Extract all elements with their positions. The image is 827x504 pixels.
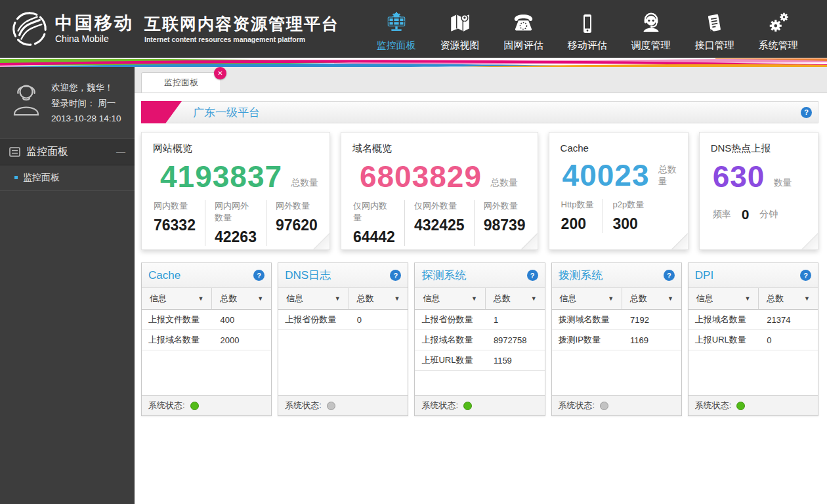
panel-title: DNS日志 <box>285 268 331 283</box>
stat-card-domain-overview: 域名概览 6803829 总数量 仅网内数量 64442 仅网外数量 43242… <box>341 132 538 250</box>
stat-card-cache: Cache 40023 总数量 Http数量 200 p2p数量 300 <box>549 132 689 250</box>
brand-text: 中国移动 China Mobile <box>55 14 134 43</box>
column-header-info[interactable]: 信息 ▼ <box>552 288 622 309</box>
panel-help-icon[interactable]: ? <box>664 270 675 281</box>
brand-name-cn: 中国移动 <box>55 14 134 32</box>
card-frequency: 频率 0 分钟 <box>700 200 818 229</box>
panel-status: 系统状态: <box>689 395 818 415</box>
panel-title: 探测系统 <box>421 268 466 283</box>
column-header-total[interactable]: 总数 ▼ <box>758 288 818 309</box>
card-substat: 仅网内数量 64442 <box>344 200 404 246</box>
panel-dpi: DPI ? 信息 ▼ 总数 ▼ 上报域名数量 <box>688 262 818 416</box>
nav-item-dispatch-mgmt[interactable]: 调度管理 <box>619 6 683 52</box>
table-row: 上报文件数量 400 <box>142 310 271 330</box>
card-title: DNS热点上报 <box>700 142 818 155</box>
user-avatar <box>9 80 43 117</box>
card-big-value: 4193837 <box>160 163 282 192</box>
stat-card-dns-hotspot: DNS热点上报 630 数量 频率 0 分钟 <box>699 132 818 250</box>
chevron-down-icon[interactable]: ▼ <box>804 295 810 302</box>
card-big-label: 数量 <box>773 177 792 192</box>
card-big-label: 总数量 <box>490 177 518 192</box>
nav-label-fixed-network-eval: 固网评估 <box>492 39 555 52</box>
brand-ribbon <box>0 58 827 67</box>
submenu-label: 监控面板 <box>23 172 60 184</box>
panel-dns-log: DNS日志 ? 信息 ▼ 总数 ▼ 上报省份数量 <box>278 262 408 416</box>
card-big-label: 总数量 <box>291 177 318 192</box>
column-header-info[interactable]: 信息 ▼ <box>415 288 484 309</box>
user-info: 欢迎您，魏华！ 登录时间： 周一 2013-10-28 14:10 <box>51 80 121 127</box>
panel-help-icon[interactable]: ? <box>390 270 401 281</box>
sidebar-item-monitor-panel[interactable]: 监控面板 <box>0 165 135 191</box>
section-header: 广东一级平台 ? <box>141 101 818 123</box>
tab-close-icon[interactable]: ✕ <box>214 67 226 79</box>
column-header-info[interactable]: 信息 ▼ <box>142 288 211 309</box>
sidebar: 欢迎您，魏华！ 登录时间： 周一 2013-10-28 14:10 监控面板 —… <box>0 67 135 504</box>
card-substat: p2p数量 300 <box>603 199 653 233</box>
status-dot <box>190 402 199 410</box>
login-time-label: 登录时间： 周一 <box>51 96 121 112</box>
card-title: 网站概览 <box>142 142 329 155</box>
column-header-total[interactable]: 总数 ▼ <box>622 288 681 309</box>
chevron-down-icon[interactable]: ▼ <box>531 295 537 302</box>
nav-item-interface-mgmt[interactable]: 接口管理 <box>683 6 746 52</box>
panel-status: 系统状态: <box>415 395 544 415</box>
panel-dial-test-system: 拨测系统 ? 信息 ▼ 总数 ▼ 拨测域名数量 <box>551 262 682 416</box>
content: 广东一级平台 ? 网站概览 4193837 总数量 网内数量 76332 <box>135 93 827 416</box>
nav-item-system-mgmt[interactable]: 系统管理 <box>746 6 810 52</box>
column-header-info[interactable]: 信息 ▼ <box>689 288 758 309</box>
collapse-minus-icon[interactable]: — <box>116 146 125 157</box>
brand-name-en: China Mobile <box>55 34 134 44</box>
system-panels-row: Cache ? 信息 ▼ 总数 ▼ 上报文件数量 <box>141 262 818 416</box>
welcome-text: 欢迎您，魏华！ <box>51 80 121 96</box>
panel-title: DPI <box>695 269 713 282</box>
card-title: 域名概览 <box>341 142 538 155</box>
table-row: 上报域名数量 8972758 <box>415 330 544 350</box>
china-mobile-logo-icon <box>11 10 49 48</box>
tab-monitor-panel[interactable]: 监控面板 ✕ <box>141 72 221 93</box>
chevron-down-icon[interactable]: ▼ <box>608 295 614 302</box>
map-icon <box>428 6 492 35</box>
platform-title: 互联网内容资源管理平台 Internet content resources m… <box>144 14 339 43</box>
column-header-total[interactable]: 总数 ▼ <box>349 288 408 309</box>
status-dot <box>327 402 335 410</box>
panel-title: 拨测系统 <box>559 268 603 283</box>
chevron-down-icon[interactable]: ▼ <box>471 295 477 302</box>
chevron-down-icon[interactable]: ▼ <box>198 295 204 302</box>
nav-item-mobile-eval[interactable]: 移动评估 <box>555 6 619 52</box>
chevron-down-icon[interactable]: ▼ <box>335 295 341 302</box>
nav-item-monitor-panel[interactable]: 监控面板 <box>364 6 428 52</box>
platform-title-cn: 互联网内容资源管理平台 <box>144 14 339 33</box>
card-substat: 网内网外数量 42263 <box>205 200 266 246</box>
table-row: 上报域名数量 2000 <box>142 330 271 350</box>
table-row: 上报省份数量 1 <box>415 310 544 330</box>
sidebar-menu-header-monitor-panel[interactable]: 监控面板 — <box>0 138 135 165</box>
nav-label-system-mgmt: 系统管理 <box>746 39 810 52</box>
nav-item-resource-view[interactable]: 资源视图 <box>428 6 492 52</box>
table-row: 拨测IP数量 1169 <box>552 330 681 350</box>
section-help-icon[interactable]: ? <box>801 107 812 118</box>
nav-item-fixed-network-eval[interactable]: 固网评估 <box>492 6 555 52</box>
panel-help-icon[interactable]: ? <box>527 270 538 281</box>
brand: 中国移动 China Mobile 互联网内容资源管理平台 Internet c… <box>0 10 339 48</box>
card-substat: Http数量 200 <box>552 199 603 233</box>
card-big-label: 总数量 <box>658 164 679 190</box>
chevron-down-icon[interactable]: ▼ <box>668 295 673 302</box>
panel-help-icon[interactable]: ? <box>253 270 265 281</box>
column-header-info[interactable]: 信息 ▼ <box>278 288 348 309</box>
panel-help-icon[interactable]: ? <box>800 270 811 281</box>
panel-cache: Cache ? 信息 ▼ 总数 ▼ 上报文件数量 <box>141 262 272 416</box>
card-substat: 网外数量 98739 <box>474 200 535 246</box>
phone-icon <box>492 6 555 35</box>
column-header-total[interactable]: 总数 ▼ <box>485 288 545 309</box>
table-row: 上报域名数量 21374 <box>689 310 818 330</box>
card-substat: 网内数量 76332 <box>144 200 205 246</box>
gears-icon <box>746 6 810 35</box>
chevron-down-icon[interactable]: ▼ <box>394 295 400 302</box>
card-big-value: 630 <box>713 163 765 192</box>
nav-label-resource-view: 资源视图 <box>428 39 492 52</box>
card-substat: 仅网外数量 432425 <box>404 200 474 246</box>
column-header-total[interactable]: 总数 ▼ <box>211 288 271 309</box>
chevron-down-icon[interactable]: ▼ <box>257 295 263 302</box>
chevron-down-icon[interactable]: ▼ <box>744 295 750 302</box>
app-header: 中国移动 China Mobile 互联网内容资源管理平台 Internet c… <box>0 0 827 58</box>
